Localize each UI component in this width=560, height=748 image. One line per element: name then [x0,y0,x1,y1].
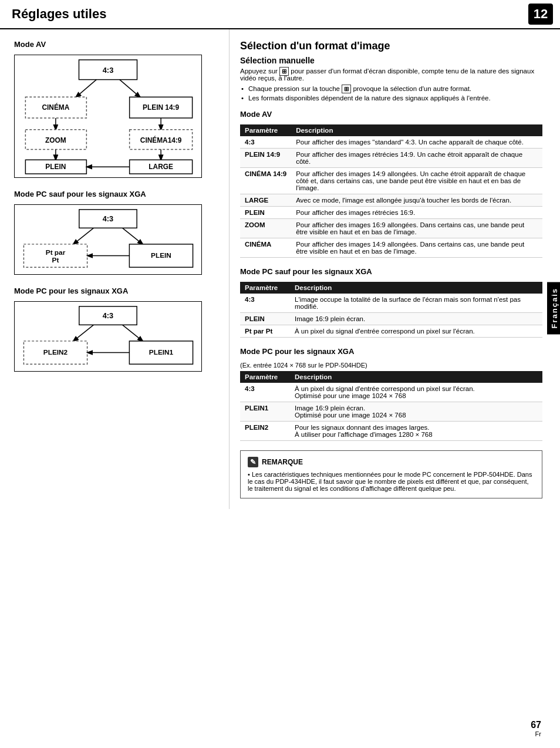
svg-rect-35 [23,341,87,364]
mode-av-table: Paramètre Description 4:3 Pour afficher … [240,124,542,258]
svg-rect-0 [79,60,137,80]
desc-cell: L'image occupe la totalité de la surface… [290,294,542,313]
av-diagram-arrows: 4:3 CINÉMA PLEIN 14:9 [15,55,201,177]
table-row: 4:3 Pour afficher des images "standard" … [240,136,542,149]
table-row: PLEIN 14:9 Pour afficher des images rétr… [240,149,542,168]
svg-text:Pt: Pt [52,256,59,264]
desc-cell: Pour afficher des images rétrécies 16:9. [291,207,542,219]
table-row: PLEIN1 Image 16:9 plein écran.Optimisé p… [240,402,542,422]
svg-text:4:3: 4:3 [103,311,113,320]
main-heading: Sélection d'un format d'image [240,40,542,52]
remarque-title: ✎ REMARQUE [248,457,535,467]
mode-pc-sauf-table: Paramètre Description 4:3 L'image occupe… [240,282,542,338]
param-cell: 4:3 [240,136,291,149]
selection-manuelle-body: Appuyez sur ⊞ pour passer d'un format d'… [240,68,542,82]
table-row: LARGE Avec ce mode, l'image est allongée… [240,194,542,207]
mode-pc-sauf-heading: Mode PC sauf pour les signaux XGA [14,190,218,198]
desc-cell: Pour afficher des images 14:9 allongées.… [291,238,542,258]
mode-pc-xga-subtitle: (Ex. entrée 1024 × 768 sur le PDP-504HDE… [240,362,542,369]
svg-text:PLEIN1: PLEIN1 [149,348,174,356]
col-description: Description [290,371,542,383]
svg-rect-18 [130,160,193,174]
param-cell: 4:3 [240,294,290,313]
svg-text:LARGE: LARGE [149,163,173,171]
mode-pc-sauf-table-heading: Mode PC sauf pour les signaux XGA [240,267,542,276]
svg-text:PLEIN2: PLEIN2 [43,348,68,356]
remarque-heading: REMARQUE [262,458,303,466]
table-row: PLEIN Image 16:9 plein écran. [240,313,542,325]
page-number: 12 [528,4,553,25]
footer-page: 67 [531,720,541,730]
svg-text:PLEIN: PLEIN [151,251,171,260]
language-tab: Français [547,282,560,334]
svg-text:CINÉMA: CINÉMA [42,103,69,112]
svg-rect-28 [129,244,193,267]
svg-line-24 [123,228,143,244]
left-column: Mode AV 4:3 CINÉMA PLEIN [0,29,229,509]
page-header: Réglages utiles 12 [0,0,560,29]
mode-pc-xga-heading: Mode PC pour les signaux XGA [14,287,218,295]
desc-cell: Pour afficher des images 14:9 allongées.… [291,168,542,194]
svg-line-2 [76,80,97,97]
mode-pc-xga-table: Paramètre Description 4:3 À un pixel du … [240,371,542,441]
svg-rect-16 [25,160,86,174]
col-description: Description [290,282,542,294]
param-cell: Pt par Pt [240,325,290,338]
pc-sauf-diagram: 4:3 Pt par Pt PLEIN [14,204,202,275]
selection-manuelle-bullets: Chaque pression sur la touche ⊞ provoque… [240,85,542,102]
desc-cell: Pour afficher des images rétrécies 14:9.… [291,149,542,168]
param-cell: ZOOM [240,219,291,238]
col-description: Description [291,124,542,136]
svg-rect-4 [25,97,86,118]
pc-xga-arrows: 4:3 PLEIN2 PLEIN1 [15,302,201,371]
svg-rect-21 [79,210,137,228]
table-row: CINÉMA Pour afficher des images 14:9 all… [240,238,542,258]
svg-line-3 [120,80,140,97]
param-cell: 4:3 [240,383,290,402]
param-cell: CINÉMA [240,238,291,258]
mode-pc-sauf-section: Mode PC sauf pour les signaux XGA 4:3 Pt… [14,190,218,275]
mode-pc-xga-table-section: Mode PC pour les signaux XGA (Ex. entrée… [240,347,542,441]
footer-lang: Fr [531,730,541,737]
table-row: ZOOM Pour afficher des images 16:9 allon… [240,219,542,238]
mode-pc-xga-section: Mode PC pour les signaux XGA 4:3 PLEIN2 [14,287,218,372]
mode-av-table-heading: Mode AV [240,110,542,119]
page-footer: 67 Fr [531,720,541,737]
col-parametre: Paramètre [240,282,290,294]
svg-text:Pt par: Pt par [46,248,66,257]
remarque-box: ✎ REMARQUE • Les caractéristiques techni… [240,450,542,498]
desc-cell: Image 16:9 plein écran.Optimisé pour une… [290,402,542,422]
bullet-item: Chaque pression sur la touche ⊞ provoque… [240,85,542,92]
desc-cell: À un pixel du signal d'entrée correspond… [290,325,542,338]
av-diagram: 4:3 CINÉMA PLEIN 14:9 [14,55,202,178]
table-row: Pt par Pt À un pixel du signal d'entrée … [240,325,542,338]
page-title: Réglages utiles [7,6,111,22]
svg-rect-31 [79,306,137,325]
param-cell: LARGE [240,194,291,207]
param-cell: PLEIN [240,207,291,219]
desc-cell: À un pixel du signal d'entrée correspond… [290,383,542,402]
table-row: CINÉMA 14:9 Pour afficher des images 14:… [240,168,542,194]
param-cell: PLEIN2 [240,422,290,441]
svg-text:ZOOM: ZOOM [45,136,66,144]
desc-cell: Pour afficher des images 16:9 allongées.… [291,219,542,238]
param-cell: PLEIN 14:9 [240,149,291,168]
selection-manuelle-section: Sélection manuelle Appuyez sur ⊞ pour pa… [240,56,542,102]
svg-text:PLEIN: PLEIN [45,163,66,171]
svg-line-34 [123,325,143,341]
svg-rect-12 [130,130,193,150]
svg-text:4:3: 4:3 [103,66,114,75]
mode-pc-sauf-table-section: Mode PC sauf pour les signaux XGA Paramè… [240,267,542,338]
svg-rect-10 [25,130,86,150]
param-cell: CINÉMA 14:9 [240,168,291,194]
mode-pc-xga-table-heading: Mode PC pour les signaux XGA [240,347,542,356]
svg-text:4:3: 4:3 [103,214,113,223]
svg-rect-25 [23,244,87,267]
table-row: 4:3 À un pixel du signal d'entrée corres… [240,383,542,402]
desc-cell: Pour afficher des images "standard" 4:3.… [291,136,542,149]
mode-av-heading: Mode AV [14,40,218,49]
bullet-item: Les formats disponibles dépendent de la … [240,95,542,102]
table-row: PLEIN2 Pour les signaux donnant des imag… [240,422,542,441]
col-parametre: Paramètre [240,371,290,383]
table-row: 4:3 L'image occupe la totalité de la sur… [240,294,542,313]
